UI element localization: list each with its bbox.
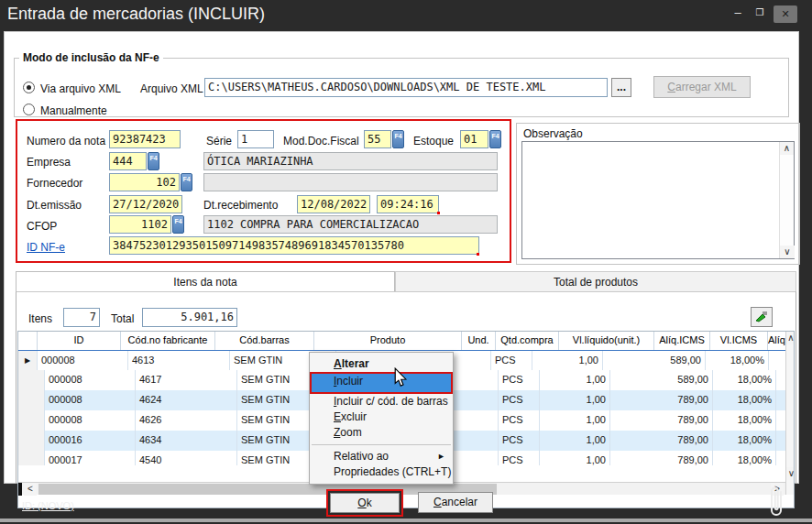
- header-produto[interactable]: Produto: [314, 332, 462, 351]
- cell-aliq-icms: 18,00%: [713, 410, 776, 431]
- observacao-scrollbar[interactable]: ∧ ∨: [779, 142, 794, 258]
- header-selector: [18, 332, 38, 351]
- dt-emissao-input[interactable]: 27/12/2020: [109, 195, 182, 213]
- cell-aliq-icms: 18,00%: [713, 431, 776, 451]
- cell-fab: 4626: [136, 410, 237, 431]
- numero-nota-input[interactable]: 92387423: [109, 130, 181, 148]
- scroll-up-icon[interactable]: ∧: [780, 142, 794, 155]
- ok-button[interactable]: Ok: [330, 493, 400, 513]
- cell-qtd: 1,00: [540, 390, 610, 410]
- cell-fab: 4613: [128, 351, 230, 371]
- context-menu: Alterar Incluir Incluir c/ cód. de barra…: [309, 352, 454, 485]
- dt-recebimento-input[interactable]: 12/08/2022: [297, 195, 370, 213]
- id-nfe-input[interactable]: 3847523012935015097149835748969183457013…: [109, 236, 479, 255]
- header-id[interactable]: ID: [38, 332, 121, 351]
- submenu-arrow-icon: ►: [437, 449, 445, 464]
- cell-qtd: 1,00: [540, 370, 610, 390]
- splitter-handle[interactable]: [18, 483, 22, 496]
- header-und[interactable]: Und.: [462, 332, 496, 351]
- serie-input[interactable]: 1: [237, 130, 274, 148]
- f4-lookup-icon[interactable]: F4: [148, 152, 159, 170]
- header-cod-barras[interactable]: Cód.barras: [215, 332, 314, 351]
- menu-item-relativo-ao[interactable]: Relativo ao ►: [310, 449, 453, 464]
- menu-item-label: Relativo ao: [334, 450, 389, 463]
- empresa-input[interactable]: 444: [109, 152, 147, 170]
- browse-button[interactable]: ...: [611, 78, 631, 97]
- cancel-button[interactable]: Cancelar: [418, 492, 493, 513]
- menu-item-incluir-cod-barras[interactable]: Incluir c/ cód. de barras: [310, 394, 453, 409]
- dt-recebimento-label: Dt.recebimento: [203, 199, 278, 212]
- radio-manual[interactable]: [23, 104, 35, 115]
- radio-via-xml-label: Via arquivo XML: [40, 82, 121, 95]
- itens-count-label: Itens: [28, 312, 52, 325]
- cell-und: PCS: [499, 370, 540, 390]
- arquivo-xml-input[interactable]: C:\USERS\MATHEUS.CARDOSO\DOWNLOADS\XML D…: [204, 78, 608, 97]
- table-header-row: ID Cód.no fabricante Cód.barras Produto …: [18, 332, 785, 351]
- dt-emissao-label: Dt.emissão: [27, 199, 82, 212]
- f4-lookup-icon[interactable]: F4: [392, 130, 404, 148]
- table-vscrollbar[interactable]: ∧ ∨: [785, 332, 795, 495]
- paperclip-icon[interactable]: [764, 484, 788, 522]
- validation-dot: [437, 212, 440, 214]
- mode-group-title: Modo de inclusão da NF-e: [19, 51, 163, 64]
- form-body: Modo de inclusão da NF-e Via arquivo XML…: [4, 31, 799, 484]
- maximize-button[interactable]: ❐: [752, 7, 768, 17]
- menu-item-incluir[interactable]: Incluir: [310, 372, 453, 394]
- scroll-up-icon[interactable]: ∧: [786, 332, 795, 344]
- header-vl-icms[interactable]: Vl.ICMS: [710, 332, 768, 351]
- id-nfe-link[interactable]: ID NF-e: [27, 241, 65, 254]
- cell-id: 000017: [45, 451, 136, 465]
- row-selector: [18, 431, 45, 451]
- scroll-down-icon[interactable]: ∨: [786, 467, 795, 480]
- cell-aliq-icms: 18,00%: [706, 351, 769, 371]
- cell-qtd: 1,00: [532, 351, 603, 371]
- scroll-left-icon[interactable]: <: [24, 483, 37, 496]
- tab-total-de-produtos[interactable]: Total de produtos: [395, 271, 796, 292]
- f4-lookup-icon[interactable]: F4: [181, 173, 192, 191]
- estoque-label: Estoque: [413, 135, 454, 147]
- minimize-button[interactable]: –: [730, 5, 746, 19]
- header-qtd-compra[interactable]: Qtd.compra: [496, 332, 559, 351]
- cfop-input[interactable]: 1102: [109, 215, 171, 234]
- cell-vl: 789,00: [610, 451, 713, 465]
- menu-item-alterar[interactable]: Alterar: [310, 356, 453, 372]
- mod-doc-fiscal-input[interactable]: 55: [364, 130, 391, 148]
- observacao-textarea[interactable]: [521, 141, 795, 259]
- header-aliq-icms[interactable]: Alíq.ICMS: [654, 332, 710, 351]
- cell-und: PCS: [499, 410, 540, 431]
- cell-fab: 4540: [136, 451, 237, 465]
- numero-nota-label: Numero da nota: [27, 135, 105, 147]
- hora-recebimento-input[interactable]: 09:24:16: [377, 195, 439, 213]
- export-icon: [754, 313, 769, 326]
- row-selector: [18, 410, 45, 431]
- header-cod-fabricante[interactable]: Cód.no fabricante: [121, 332, 215, 351]
- menu-item-propriedades[interactable]: Propriedades (CTRL+T): [310, 464, 453, 480]
- export-button[interactable]: [751, 307, 773, 327]
- total-field: 5.901,16: [142, 308, 237, 327]
- fornecedor-desc-field: [203, 173, 498, 191]
- close-button[interactable]: ✕: [774, 5, 797, 23]
- mouse-cursor-icon: [393, 367, 408, 391]
- cell-vl: 789,00: [610, 390, 713, 410]
- f4-lookup-icon[interactable]: F4: [172, 215, 184, 234]
- cell-vl: 589,00: [603, 351, 706, 371]
- menu-item-zoom[interactable]: Zoom: [310, 425, 453, 441]
- f4-lookup-icon[interactable]: F4: [489, 130, 501, 148]
- radio-via-xml[interactable]: [23, 82, 35, 93]
- header-vl-liquido[interactable]: Vl.líquido(unit.): [559, 332, 654, 351]
- arquivo-xml-label: Arquivo XML: [140, 82, 199, 95]
- menu-item-excluir[interactable]: Excluir: [310, 409, 453, 425]
- cell-aliq-icms: 18,00%: [713, 370, 776, 390]
- estoque-input[interactable]: 01: [460, 130, 488, 148]
- carregar-xml-button[interactable]: Carregar XML: [653, 76, 751, 98]
- fornecedor-input[interactable]: 102: [109, 173, 180, 191]
- cell-fab: 4624: [136, 390, 237, 410]
- tab-itens-da-nota[interactable]: Itens da nota: [16, 271, 395, 292]
- cell-vl: 589,00: [610, 370, 713, 390]
- radio-manual-label: Manualmente: [40, 104, 107, 117]
- id-novo-link[interactable]: ID: (NOVO): [22, 500, 74, 511]
- cell-id: 000008: [45, 410, 136, 431]
- scroll-down-icon[interactable]: ∨: [780, 246, 795, 258]
- window-title: Entrada de mercadorias (INCLUIR): [7, 5, 265, 24]
- empresa-desc-field: ÓTICA MARIAZINHA: [203, 152, 498, 170]
